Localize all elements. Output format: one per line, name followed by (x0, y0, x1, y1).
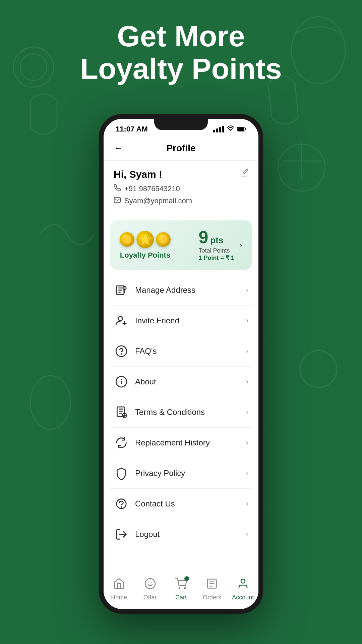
menu-item-faqs[interactable]: FAQ's › (110, 336, 252, 367)
page-title: Profile (166, 143, 195, 154)
logout-label: Logout (135, 530, 246, 539)
chevron-right-icon: › (246, 347, 248, 356)
svg-point-28 (185, 588, 186, 589)
orders-nav-label: Orders (203, 594, 221, 601)
svg-point-14 (116, 346, 127, 357)
terms-label: Terms & Conditions (135, 408, 246, 417)
terms-icon (114, 405, 129, 420)
user-email-row: Syam@yopmail.com (114, 196, 248, 206)
svg-point-3 (278, 144, 325, 191)
svg-point-4 (30, 376, 70, 429)
wifi-icon (227, 125, 234, 133)
points-value: 9 (198, 228, 208, 246)
faqs-label: FAQ's (135, 346, 246, 356)
address-icon (114, 282, 129, 298)
menu-item-invite-friend[interactable]: Invite Friend › (110, 306, 252, 336)
manage-address-label: Manage Address (135, 285, 246, 295)
loyalty-points-info: 9 pts Total Points 1 Point = ₹ 1 (198, 228, 234, 262)
home-nav-label: Home (111, 594, 127, 601)
bottom-nav: Home Offer (104, 572, 258, 609)
user-email: Syam@yopmail.com (124, 197, 192, 205)
coin-1: 🟡 (120, 232, 134, 247)
phone-icon (114, 184, 121, 194)
info-icon (114, 374, 129, 389)
loyalty-coins: 🟡 ⭐ 🟡 (120, 231, 171, 248)
points-rate: 1 Point = ₹ 1 (198, 254, 234, 262)
menu-item-terms[interactable]: Terms & Conditions › (110, 397, 252, 428)
home-icon (113, 578, 125, 592)
chevron-right-icon: › (246, 286, 248, 294)
profile-section: Hi, Syam ! +91 9876543210 (104, 161, 258, 215)
loyalty-card[interactable]: 🟡 ⭐ 🟡 Loyalty Points 9 pts Total P (110, 220, 252, 270)
replacement-icon (114, 435, 129, 450)
chevron-right-icon: › (246, 530, 248, 539)
svg-point-22 (121, 507, 122, 507)
hero-text: Get More Loyalty Points (0, 20, 362, 85)
user-phone: +91 9876543210 (124, 184, 180, 193)
svg-point-30 (241, 579, 245, 583)
status-time: 11:07 AM (116, 125, 148, 133)
phone-notch (154, 119, 208, 130)
back-button[interactable]: ← (114, 143, 123, 154)
cart-icon (175, 578, 187, 592)
chevron-right-icon: › (246, 438, 248, 447)
battery-icon (237, 126, 246, 132)
svg-point-15 (121, 354, 122, 354)
nav-account[interactable]: Account (228, 578, 258, 601)
offer-nav-label: Offer (143, 594, 157, 601)
orders-icon (206, 578, 218, 592)
loyalty-arrow-icon: › (240, 240, 242, 250)
svg-rect-19 (117, 407, 124, 417)
account-icon (237, 578, 249, 592)
cart-nav-label: Cart (175, 594, 187, 601)
svg-rect-9 (238, 127, 244, 131)
user-phone-row: +91 9876543210 (114, 184, 248, 194)
svg-rect-10 (114, 198, 120, 203)
coin-3: 🟡 (156, 232, 171, 247)
offer-icon (144, 578, 156, 592)
nav-offer[interactable]: Offer (134, 578, 165, 601)
svg-point-5 (300, 351, 337, 387)
coin-2: ⭐ (136, 231, 154, 248)
menu-item-logout[interactable]: Logout › (110, 519, 252, 549)
chevron-right-icon: › (246, 316, 248, 325)
privacy-icon (114, 466, 129, 481)
svg-point-13 (118, 316, 123, 321)
account-nav-label: Account (232, 594, 254, 601)
nav-orders[interactable]: Orders (196, 578, 227, 601)
pts-label: pts (210, 235, 223, 246)
app-header: ← Profile (104, 136, 258, 161)
replacement-label: Replacement History (135, 438, 246, 447)
svg-point-24 (145, 579, 155, 589)
nav-home[interactable]: Home (104, 578, 134, 601)
menu-list: Manage Address › Invite Friend (104, 275, 258, 572)
faq-icon (114, 343, 129, 359)
contact-label: Contact Us (135, 499, 246, 508)
edit-profile-button[interactable] (240, 169, 248, 179)
menu-item-privacy[interactable]: Privacy Policy › (110, 458, 252, 489)
signal-icon (213, 126, 224, 132)
privacy-label: Privacy Policy (135, 469, 246, 478)
person-icon (114, 313, 129, 328)
chevron-right-icon: › (246, 377, 248, 386)
chevron-right-icon: › (246, 408, 248, 417)
email-icon (114, 196, 121, 206)
menu-item-replacement[interactable]: Replacement History › (110, 428, 252, 458)
logout-icon (114, 527, 129, 542)
menu-item-manage-address[interactable]: Manage Address › (110, 275, 252, 306)
invite-friend-label: Invite Friend (135, 316, 246, 325)
menu-item-contact[interactable]: Contact Us › (110, 489, 252, 519)
menu-item-about[interactable]: About › (110, 367, 252, 397)
user-greeting: Hi, Syam ! (114, 169, 248, 180)
contact-icon (114, 496, 129, 512)
total-points-label: Total Points (198, 247, 234, 254)
about-label: About (135, 377, 246, 386)
svg-point-7 (230, 130, 231, 131)
chevron-right-icon: › (246, 469, 248, 478)
phone-mockup: 11:07 AM (99, 114, 263, 614)
svg-point-27 (179, 588, 180, 589)
loyalty-label: Loyalty Points (120, 251, 170, 260)
nav-cart[interactable]: Cart (166, 578, 196, 601)
chevron-right-icon: › (246, 499, 248, 508)
